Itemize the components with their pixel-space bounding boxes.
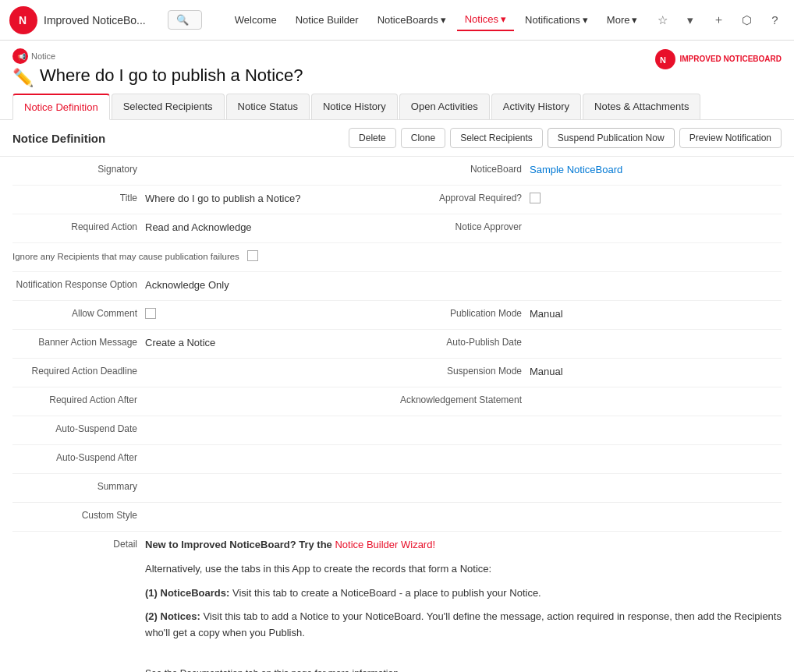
field-signatory: Signatory — [12, 157, 397, 185]
waffle-icon[interactable]: ⬡ — [736, 9, 757, 31]
field-approval-required: Approval Required? — [397, 186, 782, 214]
nav-noticeboards[interactable]: NoticeBoards ▾ — [370, 9, 454, 30]
section-title: Notice Definition — [12, 132, 105, 145]
nav-notices[interactable]: Notices ▾ — [457, 9, 514, 31]
record-type-label: 📢 Notice — [12, 48, 303, 64]
form-section: Signatory NoticeBoard Sample NoticeBoard… — [0, 157, 794, 672]
clone-button[interactable]: Clone — [401, 128, 445, 148]
field-title: Title Where do I go to publish a Notice? — [12, 186, 397, 214]
field-suspension-mode: Suspension Mode Manual — [397, 359, 782, 387]
suspension-mode-label: Suspension Mode — [397, 364, 530, 377]
field-banner-action: Banner Action Message Create a Notice — [12, 330, 397, 358]
noticeboard-label: NoticeBoard — [397, 162, 530, 175]
tab-notice-definition[interactable]: Notice Definition — [12, 94, 110, 120]
tab-open-activities[interactable]: Open Activities — [399, 94, 490, 119]
field-publication-mode: Publication Mode Manual — [397, 301, 782, 329]
tab-activity-history[interactable]: Activity History — [491, 94, 581, 119]
wizard-link[interactable]: Notice Builder Wizard! — [335, 539, 435, 550]
detail-point2-label: (2) Notices: — [145, 610, 200, 622]
required-action-deadline-label: Required Action Deadline — [12, 364, 145, 377]
doc-link[interactable]: See the Documentation tab on this page f… — [145, 668, 401, 672]
favorites-icon[interactable]: ☆ — [651, 9, 673, 31]
nav-welcome[interactable]: Welcome — [227, 9, 285, 30]
favorites-dropdown-icon[interactable]: ▾ — [679, 9, 701, 31]
required-action-value: Read and Acknowledge — [145, 220, 397, 233]
form-row-auto-suspend-date: Auto-Suspend Date — [12, 416, 782, 445]
banner-action-label: Banner Action Message — [12, 335, 145, 348]
noticeboards-dropdown-icon: ▾ — [441, 14, 446, 26]
summary-value — [145, 479, 397, 481]
summary-label: Summary — [12, 479, 145, 492]
notices-dropdown-icon: ▾ — [501, 13, 506, 25]
field-allow-comment: Allow Comment — [12, 301, 397, 329]
tab-bar: Notice Definition Selected Recipients No… — [12, 94, 782, 119]
ignore-recipients-checkbox[interactable] — [247, 250, 258, 261]
detail-content: New to Improved NoticeBoard? Try the Not… — [145, 537, 782, 672]
publication-mode-label: Publication Mode — [397, 306, 530, 319]
signatory-value — [145, 162, 397, 164]
noticeboard-value[interactable]: Sample NoticeBoard — [530, 162, 782, 175]
form-row-banner-action: Banner Action Message Create a Notice Au… — [12, 330, 782, 359]
tab-notice-status[interactable]: Notice Status — [226, 94, 310, 119]
allow-comment-label: Allow Comment — [12, 306, 145, 319]
svg-text:📢: 📢 — [17, 52, 26, 62]
nav-notice-builder[interactable]: Notice Builder — [288, 9, 367, 30]
form-row-signatory: Signatory NoticeBoard Sample NoticeBoard — [12, 157, 782, 186]
field-empty-summary-right — [397, 474, 782, 502]
approval-required-value — [530, 191, 782, 206]
brand-logo: N IMPROVED NOTICEBOARD — [654, 48, 782, 70]
notice-approver-label: Notice Approver — [397, 220, 530, 232]
select-recipients-button[interactable]: Select Recipients — [450, 128, 543, 148]
field-noticeboard: NoticeBoard Sample NoticeBoard — [397, 157, 782, 185]
auto-suspend-after-value — [145, 451, 397, 452]
section-header: Notice Definition Delete Clone Select Re… — [0, 120, 794, 157]
form-row-required-action: Required Action Read and Acknowledge Not… — [12, 214, 782, 243]
suspend-publication-button[interactable]: Suspend Publication Now — [548, 128, 675, 148]
allow-comment-value — [145, 306, 397, 321]
app-logo: N — [9, 6, 37, 34]
notifications-dropdown-icon: ▾ — [583, 14, 588, 26]
ignore-recipients-value — [247, 249, 397, 263]
tab-selected-recipients[interactable]: Selected Recipients — [112, 94, 225, 119]
more-dropdown-icon: ▾ — [632, 14, 637, 26]
form-row-deadline: Required Action Deadline Suspension Mode… — [12, 359, 782, 387]
form-row-title: Title Where do I go to publish a Notice?… — [12, 186, 782, 214]
notice-approver-value — [530, 220, 782, 221]
allow-comment-checkbox[interactable] — [145, 308, 156, 319]
add-icon[interactable]: ＋ — [707, 9, 729, 31]
form-row-allow-comment: Allow Comment Publication Mode Manual — [12, 301, 782, 330]
field-notice-approver: Notice Approver — [397, 214, 782, 242]
search-bar[interactable]: 🔍 — [168, 10, 202, 30]
svg-text:N: N — [660, 55, 666, 65]
record-type-icon: 📢 — [12, 48, 28, 64]
action-buttons: Delete Clone Select Recipients Suspend P… — [349, 128, 782, 148]
field-custom-style: Custom Style — [12, 503, 397, 531]
banner-action-value: Create a Notice — [145, 335, 397, 348]
delete-button[interactable]: Delete — [349, 128, 396, 148]
custom-style-label: Custom Style — [12, 508, 145, 521]
nav-notifications[interactable]: Notifications ▾ — [517, 9, 596, 30]
page-header: 📢 Notice ✏️ Where do I go to publish a N… — [0, 41, 794, 120]
form-row-notification-response: Notification Response Option Acknowledge… — [12, 272, 782, 301]
tab-notice-history[interactable]: Notice History — [311, 94, 398, 119]
preview-notification-button[interactable]: Preview Notification — [679, 128, 782, 148]
signatory-label: Signatory — [12, 162, 145, 175]
form-row-auto-suspend-after: Auto-Suspend After — [12, 445, 782, 474]
nav-more[interactable]: More ▾ — [599, 9, 646, 30]
required-action-deadline-value — [145, 364, 397, 366]
detail-alt-text: Alternatively, use the tabs in this App … — [145, 561, 782, 578]
edit-icon[interactable]: ✏️ — [12, 68, 34, 88]
field-acknowledgement-statement: Acknowledgement Statement — [397, 387, 782, 416]
field-summary: Summary — [12, 474, 397, 502]
approval-required-label: Approval Required? — [397, 191, 530, 203]
tab-notes-attachments[interactable]: Notes & Attachments — [583, 94, 700, 119]
custom-style-value — [145, 508, 397, 510]
help-icon[interactable]: ? — [764, 9, 785, 31]
field-empty-custom-style-right — [397, 503, 782, 531]
main-nav: Welcome Notice Builder NoticeBoards ▾ No… — [227, 9, 646, 31]
form-row-detail: Detail New to Improved NoticeBoard? Try … — [12, 532, 782, 672]
approval-required-checkbox[interactable] — [530, 193, 541, 203]
publication-mode-value: Manual — [530, 306, 782, 320]
notification-response-label: Notification Response Option — [12, 278, 145, 290]
field-empty-auto-suspend-after-right — [397, 445, 782, 473]
